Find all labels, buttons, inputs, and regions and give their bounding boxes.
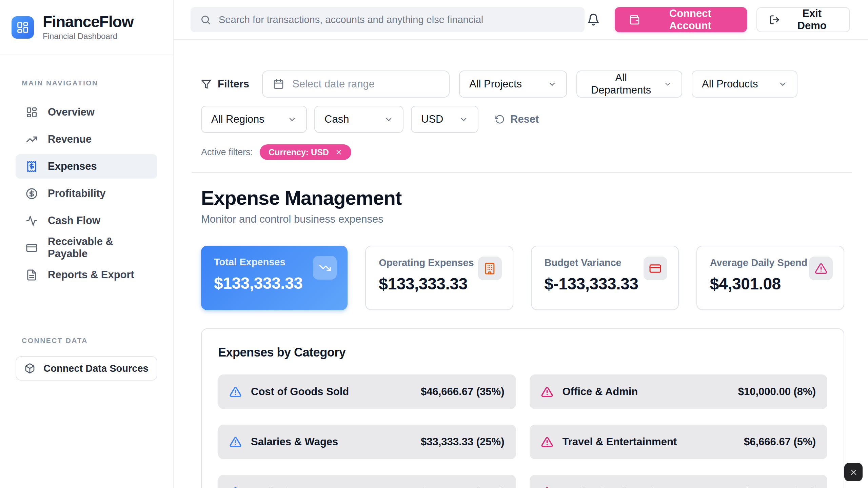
rotate-ccw-icon	[495, 114, 505, 124]
expenses-by-category-card: Expenses by Category Cost of Goods Sold$…	[201, 328, 844, 488]
chip-remove-button[interactable]	[335, 148, 342, 156]
categories-grid: Cost of Goods Sold$46,666.67 (35%)Office…	[218, 374, 827, 488]
app-logo	[12, 16, 34, 39]
dropdown-value: USD	[421, 113, 443, 125]
sidebar-item-label: Reports & Export	[48, 269, 134, 281]
x-icon	[849, 468, 858, 477]
nav-section-label: MAIN NAVIGATION	[22, 79, 173, 87]
activity-icon	[26, 215, 38, 227]
layout-dashboard-icon	[26, 106, 38, 118]
category-item-travel-entertainment: Travel & Entertainment$6,666.67 (5%)	[530, 425, 828, 459]
chevron-down-icon	[459, 115, 468, 124]
category-name: Professional Services	[563, 486, 672, 488]
notifications-button[interactable]	[585, 11, 602, 28]
calendar-icon-slot	[273, 79, 284, 90]
date-range-placeholder: Select date range	[292, 78, 375, 90]
filters-row-2: All RegionsCashUSD Reset	[201, 106, 844, 133]
sidebar-item-revenue[interactable]: Revenue	[16, 127, 157, 151]
log-out-icon	[769, 15, 780, 25]
content-column: Connect Account Exit Demo Filters Select…	[174, 0, 868, 488]
filter-dropdown-cash[interactable]: Cash	[314, 106, 403, 133]
search-icon-slot	[200, 14, 211, 25]
sidebar-item-label: Revenue	[48, 133, 92, 145]
package-icon-slot	[24, 363, 35, 374]
sidebar-item-label: Receivable & Payable	[48, 236, 147, 260]
filter-dropdown-all-projects[interactable]: All Projects	[459, 70, 567, 98]
wallet-icon-slot	[629, 14, 640, 25]
package-icon	[24, 363, 35, 374]
rotate-ccw-icon-slot	[495, 114, 505, 124]
reset-filters-button[interactable]: Reset	[495, 113, 539, 125]
app-tagline: Financial Dashboard	[43, 32, 134, 41]
overlay-close-button[interactable]	[844, 463, 863, 481]
credit-card-icon	[26, 242, 38, 254]
category-name: Marketing	[251, 486, 300, 488]
filters-header: Filters	[201, 78, 249, 90]
filter-dropdown-all-departments[interactable]: All Departments	[576, 70, 682, 98]
x-icon	[335, 148, 342, 156]
category-value: $10,000.00 (8%)	[738, 386, 816, 398]
sidebar-item-reports-export[interactable]: Reports & Export	[16, 263, 157, 287]
connect-data-sources-button[interactable]: Connect Data Sources	[16, 356, 157, 381]
stat-icon-chip	[644, 257, 667, 280]
bell-icon	[587, 13, 600, 26]
credit-card-icon	[649, 262, 662, 275]
dropdown-value: Cash	[324, 113, 349, 125]
stat-icon-chip	[478, 257, 502, 280]
active-filter-chip-currency-usd[interactable]: Currency: USD	[260, 144, 351, 160]
connect-account-label: Connect Account	[648, 7, 733, 32]
file-text-icon	[26, 269, 38, 281]
exit-demo-button[interactable]: Exit Demo	[756, 7, 850, 32]
category-value: $20,000.00 (15%)	[421, 486, 504, 488]
reset-label: Reset	[510, 113, 539, 125]
category-value: $46,666.67 (35%)	[421, 386, 504, 398]
chevron-down-icon	[288, 115, 297, 124]
stat-card-budget-variance: Budget Variance$-133,333.33	[531, 246, 679, 310]
active-filters-row: Active filters: Currency: USD	[201, 144, 844, 160]
dropdown-value: All Products	[702, 78, 758, 90]
dropdown-value: All Regions	[211, 113, 264, 125]
search-input[interactable]	[219, 14, 575, 25]
alert-triangle-icon	[541, 386, 553, 398]
sidebar-item-label: Expenses	[48, 160, 97, 172]
category-item-salaries-wages: Salaries & Wages$33,333.33 (25%)	[218, 425, 516, 459]
stat-card-total-expenses: Total Expenses$133,333.33	[201, 246, 348, 310]
sidebar-item-receivable-payable[interactable]: Receivable & Payable	[16, 236, 157, 260]
dropdown-value: All Departments	[587, 72, 655, 96]
active-filters-label: Active filters:	[201, 147, 253, 158]
category-value: $3,333.33 (3%)	[744, 486, 816, 488]
dropdown-value: All Projects	[469, 78, 522, 90]
sidebar-item-label: Profitability	[48, 187, 106, 200]
search-icon	[200, 14, 211, 25]
category-item-professional-services: Professional Services$3,333.33 (3%)	[530, 475, 828, 488]
categories-title: Expenses by Category	[218, 345, 827, 360]
alert-triangle-icon	[541, 436, 553, 448]
category-name: Travel & Entertainment	[563, 436, 677, 448]
sidebar-item-overview[interactable]: Overview	[16, 100, 157, 124]
chevron-down-icon	[664, 80, 672, 89]
sidebar-item-profitability[interactable]: Profitability	[16, 181, 157, 206]
calendar-icon	[273, 79, 284, 90]
sidebar-item-label: Overview	[48, 106, 95, 118]
brand-text: FinanceFlow Financial Dashboard	[43, 14, 134, 41]
search-bar[interactable]	[191, 7, 585, 32]
sidebar: FinanceFlow Financial Dashboard MAIN NAV…	[0, 0, 174, 488]
topbar: Connect Account Exit Demo	[174, 0, 868, 40]
filter-dropdown-all-regions[interactable]: All Regions	[201, 106, 307, 133]
alert-triangle-icon	[815, 262, 827, 275]
layout-dashboard-icon	[16, 21, 29, 34]
page-title: Expense Management	[201, 186, 844, 209]
trending-up-icon	[26, 134, 38, 145]
sidebar-item-expenses[interactable]: Expenses	[16, 154, 157, 179]
filter-dropdown-usd[interactable]: USD	[411, 106, 478, 133]
exit-demo-label: Exit Demo	[787, 7, 837, 32]
filters-title: Filters	[218, 78, 249, 90]
connect-account-button[interactable]: Connect Account	[615, 7, 747, 32]
stat-cards-row: Total Expenses$133,333.33Operating Expen…	[201, 246, 844, 310]
filter-dropdown-all-products[interactable]: All Products	[692, 70, 797, 98]
sidebar-item-cash-flow[interactable]: Cash Flow	[16, 208, 157, 233]
chevron-down-icon	[778, 80, 787, 89]
funnel-icon-slot	[201, 79, 212, 89]
date-range-input[interactable]: Select date range	[262, 70, 450, 98]
category-value: $6,666.67 (5%)	[744, 436, 816, 448]
